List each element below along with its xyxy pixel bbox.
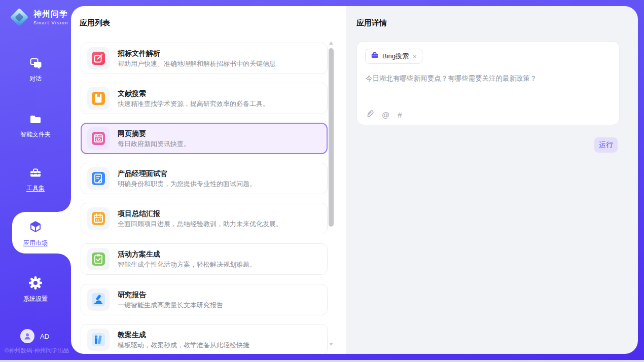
prompt-text[interactable]: 今日湖北有哪些新闻要点？有哪些需要关注的最新政策？ xyxy=(366,74,537,83)
sidebar-item-chat[interactable]: 对话 xyxy=(0,57,71,83)
sidebar: 神州问学 Smart Vision 对话 智能文件夹 工具集 应用市场 xyxy=(0,0,71,360)
prompt-input-card[interactable]: Bing搜索 × 今日湖北有哪些新闻要点？有哪些需要关注的最新政策？ @ # xyxy=(356,41,620,125)
calendar-icon xyxy=(92,212,105,225)
copyright-text: ©神州数码·神州问学出品 xyxy=(5,347,76,354)
resume-icon xyxy=(92,172,105,185)
remove-tag-icon[interactable]: × xyxy=(413,53,417,60)
app-card-literature-search[interactable]: 文献搜索 快速精准查找学术资源，提高研究效率的必备工具。 xyxy=(81,83,328,114)
sidebar-item-app-market[interactable]: 应用市场 xyxy=(0,220,71,247)
paperclip-icon[interactable] xyxy=(366,110,374,120)
app-card-desc: 一键智能生成高质量长文本研究报告 xyxy=(118,302,223,308)
app-card-title: 产品经理面试官 xyxy=(118,170,256,177)
gear-icon xyxy=(28,283,43,292)
sidebar-item-label: 系统设置 xyxy=(0,295,71,303)
app-card-desc: 明确身份和职责，为您提供专业性的面试问题。 xyxy=(118,180,256,187)
tool-tag-bing-search[interactable]: Bing搜索 × xyxy=(365,49,422,64)
app-card-title: 招标文件解析 xyxy=(118,50,276,57)
app-card-desc: 模板驱动，教案秒成，教学准备从此轻松快捷 xyxy=(118,342,249,348)
sidebar-item-label: 智能文件夹 xyxy=(0,130,71,139)
sidebar-item-label: 对话 xyxy=(0,75,71,83)
app-card-desc: 快速精准查找学术资源，提高研究效率的必备工具。 xyxy=(118,100,269,107)
composer-toolbar: @ # xyxy=(366,110,402,120)
app-list-scrollbar[interactable] xyxy=(329,41,334,347)
chat-icon xyxy=(29,63,43,71)
app-list-title: 应用列表 xyxy=(80,18,110,28)
sidebar-item-toolset[interactable]: 工具集 xyxy=(0,166,71,193)
bottom-edge-strip xyxy=(0,360,644,362)
app-card-web-summary[interactable]: 网页摘要 每日政府新闻资讯快查。 xyxy=(81,123,328,154)
sidebar-item-smart-folder[interactable]: 智能文件夹 xyxy=(0,113,71,139)
book-icon xyxy=(92,92,105,105)
app-card-research-report[interactable]: 研究报告 一键智能生成高质量长文本研究报告 xyxy=(81,284,328,315)
folder-icon xyxy=(29,119,42,127)
cube-icon xyxy=(28,227,43,236)
brand-logo: 神州问学 Smart Vision xyxy=(9,7,68,27)
app-detail-panel: 应用详情 Bing搜索 × 今日湖北有哪些新闻要点？有哪些需要关注的最新政策？ … xyxy=(346,6,638,354)
scrollbar-thumb[interactable] xyxy=(329,48,334,227)
app-card-desc: 全面回顾项目进展，总结经验教训，助力未来优化发展。 xyxy=(118,221,282,227)
hash-icon[interactable]: # xyxy=(398,111,402,119)
app-card-pm-interviewer[interactable]: 产品经理面试官 明确身份和职责，为您提供专业性的面试问题。 xyxy=(81,163,328,194)
app-card-event-plan[interactable]: 活动方案生成 智能生成个性化活动方案，轻松解决规划难题。 xyxy=(81,243,328,275)
sidebar-item-label: 工具集 xyxy=(0,184,71,193)
at-icon[interactable]: @ xyxy=(382,111,389,119)
app-list-panel: 应用列表 招标文件解析 帮助用户快速、准确地理解和解析招标书中的关键信息 文献搜… xyxy=(71,6,346,354)
app-detail-title: 应用详情 xyxy=(356,18,387,28)
scrollbar-down-arrow[interactable] xyxy=(329,343,333,346)
user-account[interactable]: AD xyxy=(20,329,49,343)
app-card-title: 项目总结汇报 xyxy=(118,210,282,217)
tool-tag-label: Bing搜索 xyxy=(382,52,409,61)
sidebar-item-settings[interactable]: 系统设置 xyxy=(0,276,71,303)
app-card-title: 文献搜索 xyxy=(118,90,269,97)
sidebar-item-label: 应用市场 xyxy=(0,239,71,247)
app-card-lesson-plan[interactable]: 教案生成 模板驱动，教案秒成，教学准备从此轻松快捷 xyxy=(81,324,328,354)
books-icon xyxy=(92,333,105,346)
brand-tagline: Smart Vision xyxy=(33,20,68,25)
run-button[interactable]: 运行 xyxy=(594,137,618,153)
app-card-bid-document-analysis[interactable]: 招标文件解析 帮助用户快速、准确地理解和解析招标书中的关键信息 xyxy=(81,43,328,74)
app-card-title: 活动方案生成 xyxy=(118,250,256,258)
browser-code-icon xyxy=(92,132,105,145)
briefcase-icon xyxy=(371,51,379,61)
app-card-project-summary[interactable]: 项目总结汇报 全面回顾项目进展，总结经验教训，助力未来优化发展。 xyxy=(81,203,328,234)
microscope-icon xyxy=(92,293,105,306)
edit-icon xyxy=(92,52,105,65)
user-initials: AD xyxy=(40,333,49,340)
brand-diamond-icon xyxy=(9,7,29,27)
main-content: 应用列表 招标文件解析 帮助用户快速、准确地理解和解析招标书中的关键信息 文献搜… xyxy=(71,6,638,354)
app-card-title: 教案生成 xyxy=(118,331,249,338)
app-card-title: 网页摘要 xyxy=(118,130,190,137)
app-card-desc: 智能生成个性化活动方案，轻松解决规划难题。 xyxy=(118,261,256,268)
app-card-desc: 帮助用户快速、准确地理解和解析招标书中的关键信息 xyxy=(118,60,276,67)
toolbox-icon xyxy=(29,172,42,181)
avatar xyxy=(20,329,34,343)
scrollbar-up-arrow[interactable] xyxy=(329,42,333,45)
app-card-desc: 每日政府新闻资讯快查。 xyxy=(118,140,190,147)
brand-name: 神州问学 xyxy=(33,9,68,20)
clipboard-check-icon xyxy=(92,252,105,266)
app-card-title: 研究报告 xyxy=(118,291,223,298)
